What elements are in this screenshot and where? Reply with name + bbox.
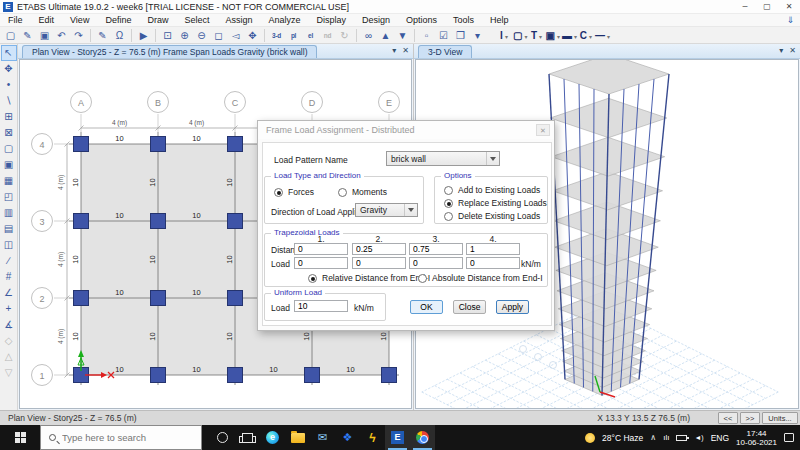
- load-pattern-select[interactable]: brick wall: [386, 151, 500, 166]
- forces-radio[interactable]: Forces: [274, 187, 314, 197]
- uniform-load-input[interactable]: [294, 300, 348, 312]
- menu-file[interactable]: File: [0, 14, 31, 27]
- story-prev-button[interactable]: <<: [718, 412, 738, 424]
- distance-1-input[interactable]: [294, 243, 348, 255]
- language-indicator[interactable]: ENG: [711, 433, 729, 443]
- t-section-dropdown[interactable]: T: [529, 28, 543, 43]
- menu-analyze[interactable]: Analyze: [260, 14, 308, 27]
- strip-section-dropdown[interactable]: ▬: [562, 28, 577, 43]
- volume-icon[interactable]: ◄): [694, 434, 703, 441]
- model-alive-icon[interactable]: [786, 15, 794, 25]
- edit-shell-grid-icon[interactable]: #: [1, 269, 17, 285]
- 3d-view-icon[interactable]: 3-d: [269, 28, 284, 43]
- object-shrink-toggle-icon[interactable]: ▫: [419, 28, 434, 43]
- run-analysis-icon[interactable]: ▶: [136, 28, 151, 43]
- menu-help[interactable]: Help: [482, 14, 517, 27]
- relative-distance-radio[interactable]: Relative Distance from End-I: [308, 273, 430, 283]
- draw-braces-icon[interactable]: ⊠: [1, 125, 17, 141]
- line-object-dropdown[interactable]: —: [595, 28, 610, 43]
- menu-define[interactable]: Define: [97, 14, 139, 27]
- action-center-icon[interactable]: [784, 433, 794, 442]
- taskbar-search[interactable]: [40, 425, 202, 450]
- plan-tab-menu-icon[interactable]: [392, 44, 396, 58]
- open-model-icon[interactable]: ✎: [20, 28, 35, 43]
- direction-select[interactable]: Gravity: [355, 203, 418, 217]
- absolute-distance-radio[interactable]: Absolute Distance from End-I: [418, 273, 543, 283]
- trap-load-2-input[interactable]: [352, 257, 406, 269]
- draw-joint-icon[interactable]: •: [1, 77, 17, 93]
- dialog-close-icon[interactable]: ✕: [536, 124, 550, 136]
- units-button[interactable]: Units...: [762, 412, 798, 424]
- plan-view-tab[interactable]: Plan View - Story25 - Z = 76.5 (m) Frame…: [22, 45, 317, 58]
- taskbar-cortana[interactable]: [210, 425, 235, 450]
- undo-icon[interactable]: ↶: [54, 28, 69, 43]
- taskbar-mail[interactable]: ✉: [310, 425, 335, 450]
- draw-frame-icon[interactable]: ∖: [1, 93, 17, 109]
- taskbar-file-explorer[interactable]: [285, 425, 310, 450]
- menu-tools[interactable]: Tools: [445, 14, 482, 27]
- dropdown-more-icon[interactable]: ▾: [470, 28, 485, 43]
- menu-view[interactable]: View: [62, 14, 97, 27]
- close-button[interactable]: Close: [453, 300, 486, 314]
- move-down-story-icon[interactable]: ▼: [395, 28, 410, 43]
- plan-view-icon[interactable]: pl: [286, 28, 301, 43]
- draw-opening-icon[interactable]: ◫: [1, 237, 17, 253]
- menu-design[interactable]: Design: [354, 14, 398, 27]
- draw-wall-icon[interactable]: ▥: [1, 205, 17, 221]
- ok-button[interactable]: OK: [410, 300, 443, 314]
- snap-edges-icon[interactable]: ▽: [1, 365, 17, 381]
- start-button[interactable]: [0, 425, 40, 450]
- draw-dimension-icon[interactable]: ∠: [1, 285, 17, 301]
- trap-load-3-input[interactable]: [409, 257, 463, 269]
- draw-quick-frame-icon[interactable]: ⊞: [1, 109, 17, 125]
- wall-section-dropdown[interactable]: ▣: [545, 28, 559, 43]
- draw-link-icon[interactable]: ∕: [1, 253, 17, 269]
- draw-rect-floor-icon[interactable]: ▣: [1, 157, 17, 173]
- select-pointer-icon[interactable]: ↖: [1, 45, 17, 61]
- deck-section-dropdown[interactable]: ▢: [513, 28, 527, 43]
- taskbar-chrome[interactable]: [410, 425, 435, 450]
- pan-icon[interactable]: ✥: [245, 28, 260, 43]
- replace-existing-loads-radio[interactable]: Replace Existing Loads: [444, 198, 547, 208]
- redo-icon[interactable]: ↷: [71, 28, 86, 43]
- window-new-icon[interactable]: ❐: [453, 28, 468, 43]
- taskbar-dropbox[interactable]: ❖: [335, 425, 360, 450]
- distance-2-input[interactable]: [352, 243, 406, 255]
- dialog-title[interactable]: Frame Load Assignment - Distributed: [258, 121, 554, 139]
- moments-radio[interactable]: Moments: [338, 187, 387, 197]
- lock-model-icon[interactable]: Ω: [112, 28, 127, 43]
- draw-poly-area-icon[interactable]: ◰: [1, 189, 17, 205]
- draw-quick-wall-icon[interactable]: ▤: [1, 221, 17, 237]
- draw-mode-icon[interactable]: ✎: [95, 28, 110, 43]
- taskbar-task-view[interactable]: [235, 425, 260, 450]
- zoom-full-icon[interactable]: ◻: [211, 28, 226, 43]
- tray-chevron-icon[interactable]: ∧: [650, 433, 656, 442]
- search-input[interactable]: [62, 432, 182, 443]
- menu-display[interactable]: Display: [308, 14, 354, 27]
- menu-options[interactable]: Options: [398, 14, 445, 27]
- plan-tab-close-icon[interactable]: [402, 44, 409, 58]
- clock[interactable]: 17:44 10-06-2021: [736, 429, 777, 447]
- snap-points-icon[interactable]: ◇: [1, 333, 17, 349]
- weather-text[interactable]: 28°C Haze: [602, 433, 643, 443]
- menu-edit[interactable]: Edit: [31, 14, 63, 27]
- weather-icon[interactable]: [585, 433, 595, 443]
- snap-lines-icon[interactable]: △: [1, 349, 17, 365]
- menu-draw[interactable]: Draw: [139, 14, 176, 27]
- zoom-out-icon[interactable]: ⊖: [194, 28, 209, 43]
- taskbar-etabs[interactable]: E: [385, 425, 410, 450]
- reshape-object-icon[interactable]: ✥: [1, 61, 17, 77]
- draw-quick-floor-icon[interactable]: ▦: [1, 173, 17, 189]
- battery-icon[interactable]: [676, 435, 687, 441]
- elevation-view-icon[interactable]: el: [303, 28, 318, 43]
- draw-reference-point-icon[interactable]: +: [1, 301, 17, 317]
- apply-button[interactable]: Apply: [496, 300, 529, 314]
- menu-assign[interactable]: Assign: [217, 14, 260, 27]
- trap-load-1-input[interactable]: [294, 257, 348, 269]
- zoom-in-icon[interactable]: ⊕: [177, 28, 192, 43]
- frame-i-section-dropdown[interactable]: I: [497, 28, 511, 43]
- maximize-icon[interactable]: [756, 0, 778, 13]
- set-display-options-icon[interactable]: ☑: [436, 28, 451, 43]
- distance-4-input[interactable]: [466, 243, 520, 255]
- rubber-band-zoom-icon[interactable]: ⊡: [160, 28, 175, 43]
